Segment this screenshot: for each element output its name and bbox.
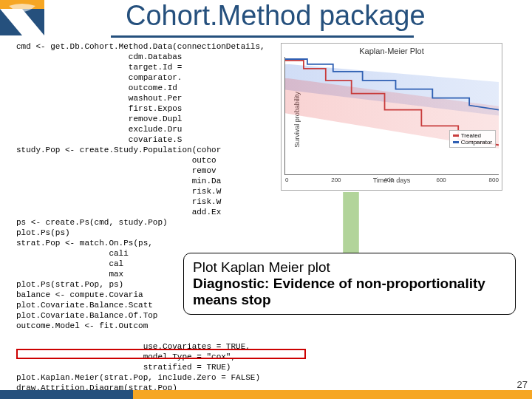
callout-body: Diagnostic: Evidence of non-proportional… [193,276,506,308]
callout-box: Plot Kaplan Meier plot Diagnostic: Evide… [183,253,516,315]
plot-legend: Treated Comparator [449,130,496,148]
kaplan-meier-plot: Kaplan-Meier Plot Survival probability T… [281,43,502,191]
page-number: 27 [517,379,528,390]
callout-heading: Plot Kaplan Meier plot [193,259,506,276]
survival-line-comparator [285,57,499,174]
plot-canvas: Survival probability Treated Comparator … [284,57,499,175]
slide: Cohort.Method package cmd <- get.Db.Coho… [0,0,532,399]
footer-bar-orange [133,390,532,399]
plot-title: Kaplan-Meier Plot [284,47,499,55]
title-underline [111,35,414,38]
x-axis-ticks: 0 200 400 600 800 [285,177,499,183]
legend-item-treated: Treated [453,132,492,139]
brand-logo-icon [0,0,44,35]
footer-bar-blue [0,390,133,399]
code-highlight-box [16,349,306,359]
legend-item-comparator: Comparator [453,139,492,146]
page-title: Cohort.Method package [126,0,525,32]
